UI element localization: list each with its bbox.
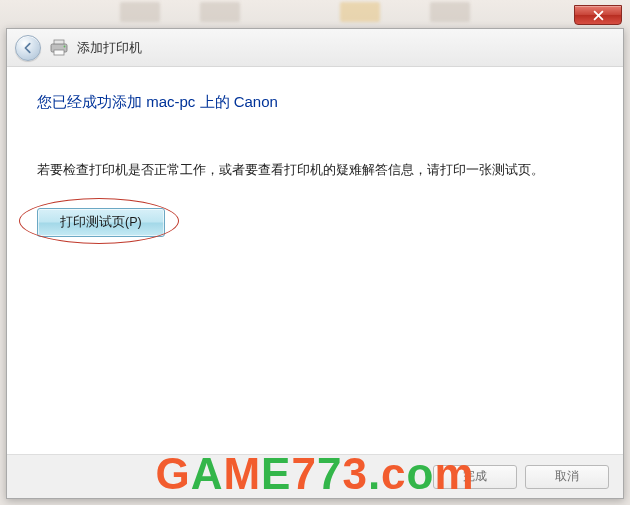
back-arrow-icon	[21, 41, 35, 55]
close-icon	[593, 10, 604, 21]
parent-window-titlebar	[0, 0, 630, 30]
print-test-page-button[interactable]: 打印测试页(P)	[37, 208, 165, 237]
instruction-text: 若要检查打印机是否正常工作，或者要查看打印机的疑难解答信息，请打印一张测试页。	[37, 160, 593, 180]
back-button[interactable]	[15, 35, 41, 61]
svg-point-3	[64, 45, 66, 47]
cancel-button[interactable]: 取消	[525, 465, 609, 489]
wizard-header: 添加打印机	[7, 29, 623, 67]
svg-rect-2	[54, 50, 64, 55]
finish-button[interactable]: 完成	[433, 465, 517, 489]
wizard-title: 添加打印机	[77, 39, 142, 57]
printer-icon	[49, 39, 69, 57]
add-printer-wizard: 添加打印机 您已经成功添加 mac-pc 上的 Canon 若要检查打印机是否正…	[6, 28, 624, 499]
wizard-content: 您已经成功添加 mac-pc 上的 Canon 若要检查打印机是否正常工作，或者…	[7, 67, 623, 454]
wizard-footer: 完成 取消	[7, 454, 623, 498]
window-close-button[interactable]	[574, 5, 622, 25]
success-heading: 您已经成功添加 mac-pc 上的 Canon	[37, 93, 593, 112]
